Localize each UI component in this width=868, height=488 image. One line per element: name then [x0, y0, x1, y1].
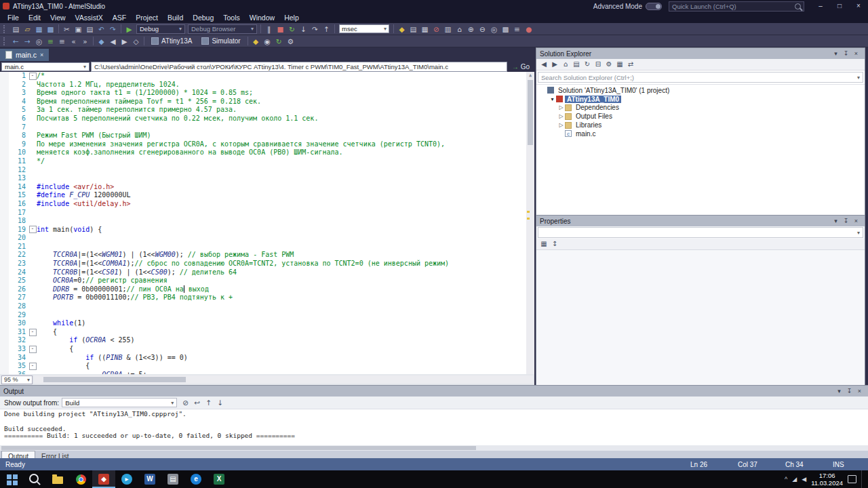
word-icon[interactable]: W — [138, 470, 161, 488]
code-line[interactable]: int main(void) { — [37, 226, 526, 235]
code-line[interactable] — [37, 123, 526, 132]
code-line[interactable]: За 1 сек. таймер переполнится примерно 4… — [37, 106, 526, 115]
restart-icon[interactable]: ↻ — [286, 24, 298, 35]
window-position-icon[interactable]: ▾ — [831, 50, 841, 57]
chrome-icon[interactable] — [69, 470, 92, 488]
fold-marker-icon[interactable]: - — [29, 363, 37, 370]
code-line[interactable]: DDRB = 0b00000001;// пин OC0A на выход — [37, 285, 526, 294]
pin-icon[interactable]: ↧ — [844, 388, 854, 394]
sync-icon[interactable]: ⇄ — [625, 59, 636, 70]
menu-build[interactable]: Build — [163, 12, 188, 23]
output-source-combo[interactable]: Build ▾ — [62, 398, 177, 407]
device-selection-button[interactable]: ATtiny13A — [147, 37, 196, 46]
code-line[interactable] — [37, 311, 526, 320]
menu-debug[interactable]: Debug — [188, 12, 218, 23]
quick-launch-input[interactable]: Quick Launch (Ctrl+Q) — [669, 1, 804, 12]
code-line[interactable]: TCCR0A|=(1<<COM0A1);// сброс по совпаден… — [37, 260, 526, 268]
refresh-icon[interactable]: ↻ — [582, 59, 593, 70]
tab-main-c[interactable]: main.c × — [0, 49, 49, 61]
tree-expander-icon[interactable]: ▷ — [557, 104, 565, 110]
step-into-icon[interactable]: ↓ — [298, 24, 309, 35]
properties-window-icon[interactable]: ▦ — [419, 24, 431, 35]
start-debugging-icon[interactable]: ▶ — [123, 24, 135, 35]
scroll-up-icon[interactable]: ▲ — [526, 72, 534, 79]
maximize-button[interactable]: □ — [830, 0, 849, 12]
show-all-files-icon[interactable]: ▤ — [571, 59, 582, 70]
edge-icon[interactable]: e — [184, 470, 208, 488]
breakpoints-icon[interactable]: ● — [523, 24, 534, 35]
error-list-icon[interactable]: ⊘ — [431, 24, 442, 35]
fold-margin[interactable]: ----- — [28, 72, 37, 374]
code-line[interactable]: Режим Fast PWM (Быстрый ШИМ) — [37, 131, 526, 140]
categorized-icon[interactable]: ▦ — [538, 239, 549, 249]
close-button[interactable]: × — [849, 0, 868, 12]
code-line[interactable]: OCR0A += 5; — [37, 371, 526, 374]
debug-browser-combo[interactable]: Debug Browser ▾ — [188, 24, 257, 34]
code-line[interactable]: if ((PINB & (1<<3)) == 0) — [37, 354, 526, 363]
zoom-out-icon[interactable]: ⊖ — [477, 24, 488, 35]
forward-icon[interactable]: ▶ — [549, 59, 560, 70]
menu-help[interactable]: Help — [279, 12, 304, 23]
solution-search-input[interactable]: Search Solution Explorer (Ctrl+;) ▾ — [538, 72, 863, 83]
fold-marker-icon[interactable]: - — [29, 226, 37, 233]
code-line[interactable]: Посчитав 5 переполнений счетчика по 0.22… — [37, 115, 526, 123]
toggle-bookmark-icon[interactable]: ◆ — [96, 36, 107, 47]
solution-explorer-icon[interactable]: ▤ — [408, 24, 419, 35]
home-icon[interactable]: ⌂ — [560, 59, 571, 70]
tree-item-attiny13a-tim0[interactable]: ▾ATtiny13A_TIM0 — [536, 95, 865, 104]
device-info-icon[interactable]: ◉ — [262, 36, 273, 47]
scrollbar-thumb[interactable] — [1, 446, 476, 450]
stopwatch-units-input[interactable]: msec ▾ — [339, 24, 389, 33]
taskbar-clock[interactable]: 17:06 11.03.2024 — [811, 472, 843, 487]
tree-item-solution-attiny13a-tim0-1-project[interactable]: Solution 'ATtiny13A_TIM0' (1 project) — [536, 86, 865, 95]
start-button[interactable] — [0, 470, 23, 488]
code-line[interactable] — [37, 209, 526, 218]
advanced-mode-toggle[interactable] — [646, 3, 662, 10]
memory-icon[interactable]: ▩ — [500, 24, 511, 35]
code-line[interactable]: PORTB = 0b00011100;// PB3, PB4 подтянуть… — [37, 293, 526, 302]
code-line[interactable] — [37, 234, 526, 243]
menu-edit[interactable]: Edit — [24, 12, 45, 23]
device-programming-icon[interactable]: ◆ — [250, 36, 262, 47]
step-over-icon[interactable]: ↷ — [309, 24, 321, 35]
increase-indent-icon[interactable]: » — [79, 36, 91, 47]
tree-expander-icon[interactable]: ▾ — [549, 96, 556, 102]
undo-icon[interactable]: ↶ — [96, 24, 107, 35]
toggle-word-wrap-icon[interactable]: ↩ — [191, 397, 203, 408]
scrollbar-thumb[interactable] — [43, 377, 186, 382]
step-out-icon[interactable]: ↑ — [321, 24, 332, 35]
action-center-icon[interactable] — [848, 475, 856, 483]
navigate-backward-icon[interactable]: ← — [10, 36, 22, 47]
decrease-indent-icon[interactable]: « — [68, 36, 79, 47]
tray-expand-icon[interactable]: ^ — [785, 476, 787, 483]
toolbar-grip[interactable] — [3, 37, 8, 45]
zoom-control[interactable]: 95 % ▾ — [1, 375, 33, 384]
code-line[interactable]: Частота 1.2 МГц, предделитель 1024. — [37, 81, 526, 89]
code-line[interactable]: /* — [37, 72, 526, 81]
disassembly-icon[interactable]: ≡ — [511, 24, 523, 35]
menu-view[interactable]: View — [45, 12, 71, 23]
tree-expander-icon[interactable]: ▷ — [557, 113, 565, 119]
code-line[interactable]: Время переполнения таймера Tovf = t1 * 2… — [37, 98, 526, 106]
code-line[interactable]: while(1) — [37, 319, 526, 328]
code-line[interactable]: меняется коэф.заполнения сгенерированног… — [37, 148, 526, 157]
toolbar-grip[interactable] — [3, 25, 8, 33]
code-line[interactable]: { — [37, 362, 526, 371]
code-line[interactable]: */ — [37, 157, 526, 166]
uncomment-icon[interactable]: ≡ — [56, 36, 68, 47]
properties-titlebar[interactable]: Properties ▾ ↧ × — [536, 216, 865, 226]
code-line[interactable]: OCR0A=0;// регистр сравнения — [37, 277, 526, 285]
file-explorer-icon[interactable] — [46, 470, 69, 488]
code-line[interactable]: #include <util/delay.h> — [37, 200, 526, 209]
scrollbar-thumb[interactable] — [528, 80, 533, 145]
breakpoint-margin[interactable] — [0, 72, 9, 374]
options-icon[interactable]: ⚙ — [285, 36, 296, 47]
editor-vertical-scrollbar[interactable]: ▲ — [526, 72, 534, 374]
code-line[interactable]: #define F_CPU 1200000UL — [37, 191, 526, 200]
close-icon[interactable]: × — [854, 388, 865, 394]
code-line[interactable]: TCCR0A|=(1<<WGM01) | (1<<WGM00); // выбо… — [37, 251, 526, 260]
show-desktop-button[interactable] — [861, 470, 865, 488]
code-line[interactable]: { — [37, 345, 526, 354]
code-line[interactable]: По мере изменения значения регистра OCR0… — [37, 140, 526, 149]
code-line[interactable] — [37, 302, 526, 311]
